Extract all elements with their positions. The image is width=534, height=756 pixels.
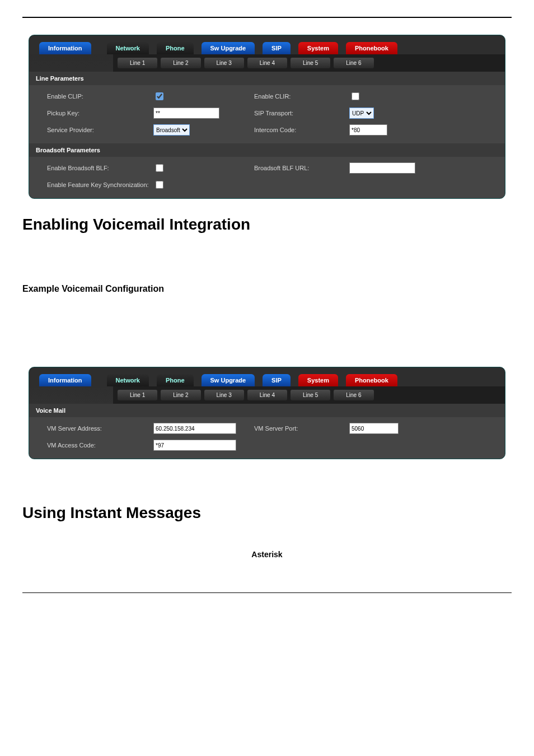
broadsoft-parameters-form: Enable Broadsoft BLF: Broadsoft BLF URL:… xyxy=(29,157,505,198)
tab-system[interactable]: System xyxy=(298,42,338,54)
tab-information[interactable]: Information xyxy=(39,42,91,54)
subtab2-line6[interactable]: Line 6 xyxy=(334,390,373,400)
subtab-line5[interactable]: Line 5 xyxy=(291,58,330,68)
tab-swupgrade[interactable]: Sw Upgrade xyxy=(202,42,255,54)
tab-sip[interactable]: SIP xyxy=(263,42,291,54)
label-intercom-code: Intercom Code: xyxy=(254,127,349,133)
text-asterisk: Asterisk xyxy=(22,550,512,559)
broadsoft-parameters-heading: Broadsoft Parameters xyxy=(29,143,505,157)
heading-example-voicemail-config: Example Voicemail Configuration xyxy=(22,284,512,294)
voicemail-form: VM Server Address: VM Server Port: VM Ac… xyxy=(29,417,505,459)
voicemail-panel: Information Network Phone Sw Upgrade SIP… xyxy=(29,367,505,459)
checkbox-enable-clip[interactable] xyxy=(156,92,163,100)
select-sip-transport[interactable]: UDP xyxy=(349,108,374,119)
tab-system-2[interactable]: System xyxy=(298,374,338,386)
tab-information-2[interactable]: Information xyxy=(39,374,91,386)
subtab-line6[interactable]: Line 6 xyxy=(334,58,373,68)
label-enable-fks: Enable Feature Key Synchronization: xyxy=(47,181,153,188)
tab-phone[interactable]: Phone xyxy=(157,42,194,54)
tab-swupgrade-2[interactable]: Sw Upgrade xyxy=(202,374,255,386)
subtab2-line3[interactable]: Line 3 xyxy=(204,390,244,400)
main-tabbar: Information Network Phone Sw Upgrade SIP… xyxy=(29,35,505,54)
line-parameters-panel: Information Network Phone Sw Upgrade SIP… xyxy=(29,35,505,199)
label-vm-access-code: VM Access Code: xyxy=(47,442,153,449)
label-broadsoft-blf-url: Broadsoft BLF URL: xyxy=(254,165,349,171)
input-vm-server-port[interactable] xyxy=(349,423,399,434)
subtab-line2[interactable]: Line 2 xyxy=(161,58,200,68)
voicemail-heading: Voice Mail xyxy=(29,404,505,417)
subtab-line4[interactable]: Line 4 xyxy=(247,58,287,68)
checkbox-enable-clir[interactable] xyxy=(352,92,359,100)
subtab-line3[interactable]: Line 3 xyxy=(204,58,244,68)
tab-network[interactable]: Network xyxy=(107,42,149,54)
input-vm-access-code[interactable] xyxy=(153,440,236,451)
input-vm-server-address[interactable] xyxy=(153,423,236,434)
heading-enabling-voicemail: Enabling Voicemail Integration xyxy=(22,216,512,234)
page-top-rule xyxy=(22,17,512,18)
line-subtabs-2: Line 1 Line 2 Line 3 Line 4 Line 5 Line … xyxy=(113,386,505,404)
label-vm-server-port: VM Server Port: xyxy=(254,425,349,432)
subtab2-line1[interactable]: Line 1 xyxy=(118,390,157,400)
select-service-provider[interactable]: Broadsoft xyxy=(153,124,190,136)
tab-phone-2[interactable]: Phone xyxy=(157,374,194,386)
subtab2-line5[interactable]: Line 5 xyxy=(291,390,330,400)
tab-phonebook[interactable]: Phonebook xyxy=(346,42,397,54)
subtab2-line4[interactable]: Line 4 xyxy=(247,390,287,400)
line-parameters-heading: Line Parameters xyxy=(29,72,505,85)
label-enable-broadsoft-blf: Enable Broadsoft BLF: xyxy=(47,165,153,171)
label-vm-server-address: VM Server Address: xyxy=(47,425,153,432)
tab-phonebook-2[interactable]: Phonebook xyxy=(346,374,397,386)
label-enable-clir: Enable CLIR: xyxy=(254,93,349,100)
heading-using-instant-messages: Using Instant Messages xyxy=(22,504,512,522)
label-sip-transport: SIP Transport: xyxy=(254,110,349,116)
input-pickup-key[interactable] xyxy=(153,108,219,119)
line-parameters-form: Enable CLIP: Enable CLIR: Pickup Key: SI… xyxy=(29,85,505,143)
subtab-line1[interactable]: Line 1 xyxy=(118,58,157,68)
subtab2-line2[interactable]: Line 2 xyxy=(161,390,200,400)
tab-network-2[interactable]: Network xyxy=(107,374,149,386)
label-service-provider: Service Provider: xyxy=(47,127,153,133)
label-enable-clip: Enable CLIP: xyxy=(47,93,153,100)
checkbox-enable-broadsoft-blf[interactable] xyxy=(156,164,163,172)
main-tabbar-2: Information Network Phone Sw Upgrade SIP… xyxy=(29,367,505,386)
label-pickup-key: Pickup Key: xyxy=(47,110,153,116)
checkbox-enable-fks[interactable] xyxy=(156,181,163,189)
line-subtabs: Line 1 Line 2 Line 3 Line 4 Line 5 Line … xyxy=(113,54,505,72)
tab-sip-2[interactable]: SIP xyxy=(263,374,291,386)
page-bottom-rule xyxy=(22,592,512,593)
input-intercom-code[interactable] xyxy=(349,124,387,136)
input-broadsoft-blf-url[interactable] xyxy=(349,162,415,174)
